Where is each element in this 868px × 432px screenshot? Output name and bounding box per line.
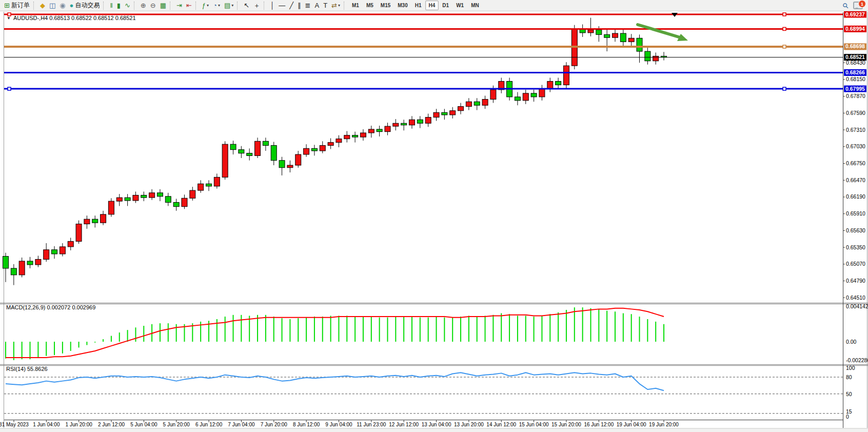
deposit-button[interactable]: ◆ <box>38 0 47 11</box>
timeframe-h4-button[interactable]: H4 <box>425 1 439 10</box>
timeframe-d1-button[interactable]: D1 <box>439 1 452 10</box>
candlestick-button[interactable]: ▮ <box>115 0 123 11</box>
bull-candle <box>101 214 106 223</box>
bull-candle <box>482 100 488 106</box>
chevron-down-icon[interactable]: ▾ <box>207 3 209 8</box>
crosshair-button[interactable]: ＋ <box>251 0 262 11</box>
tile-windows-button[interactable]: ▦ <box>158 0 168 11</box>
rsi-axis-label: 0 <box>846 414 849 420</box>
timeframe-h1-button[interactable]: H1 <box>411 1 425 10</box>
zoom-out-button[interactable]: ⊖ <box>148 0 158 11</box>
vertical-line-icon: │ <box>270 1 274 11</box>
indicators-button[interactable]: ƒ▾ <box>200 0 211 11</box>
label-button[interactable]: T <box>321 0 329 11</box>
label-icon: T <box>323 1 327 11</box>
bull-candle <box>360 133 366 137</box>
periods-icon: ◔ <box>213 1 217 11</box>
fibonacci-button[interactable]: ≣ <box>303 0 313 11</box>
text-button[interactable]: A <box>312 0 321 11</box>
bull-candle <box>563 66 569 85</box>
bull-candle <box>328 143 333 146</box>
toolbar-separator <box>103 2 106 10</box>
bear-candle <box>279 161 285 168</box>
line-chart-button[interactable]: ∿ <box>123 0 132 11</box>
bear-candle <box>239 150 244 153</box>
chevron-down-icon[interactable]: ▾ <box>218 3 220 8</box>
templates-button[interactable]: ▤▾ <box>222 0 235 11</box>
price-tick-label: 0.65070 <box>846 261 865 267</box>
bear-candle <box>596 30 602 34</box>
price-tick-label: 0.65630 <box>846 227 865 233</box>
line-anchor[interactable] <box>783 13 786 16</box>
timeframe-m15-button[interactable]: M15 <box>377 1 394 10</box>
periods-button[interactable]: ◔▾ <box>211 0 222 11</box>
time-tick-label: 9 Jun 04:00 <box>325 422 352 427</box>
timeframe-w1-button[interactable]: W1 <box>452 1 467 10</box>
line-anchor[interactable] <box>783 27 786 30</box>
bear-candle <box>230 144 236 150</box>
new-order-button[interactable]: ⊞新订单 <box>2 0 32 11</box>
toolbar-separator <box>134 2 136 10</box>
chart-canvas[interactable]: 0.684300.681500.678700.675900.673100.670… <box>0 0 868 432</box>
price-level-label: 0.67995 <box>845 86 865 92</box>
arrows-button[interactable]: ⇄▾ <box>329 0 342 11</box>
bear-candle <box>620 33 626 42</box>
timeframe-mn-button[interactable]: MN <box>467 1 483 10</box>
time-tick-label: 19 Jun 04:00 <box>617 422 646 427</box>
zoom-in-icon: ⊕ <box>141 1 146 11</box>
line-anchor[interactable] <box>783 45 786 48</box>
bull-candle <box>108 201 114 214</box>
chart-shift-icon: ⇤ <box>186 1 192 11</box>
chart-window-button[interactable]: ◫ <box>47 0 57 11</box>
price-tick-label: 0.64510 <box>846 294 865 301</box>
bear-candle <box>377 129 382 132</box>
toolbar-separator <box>264 2 266 10</box>
macd-axis-label: 0.004142 <box>846 303 868 309</box>
bear-candle <box>417 120 423 123</box>
macd-axis-label: 0.00 <box>846 339 857 345</box>
bull-candle <box>539 89 545 97</box>
bull-candle <box>344 135 350 139</box>
cursor-button[interactable]: ↖ <box>242 0 251 11</box>
bull-candle <box>320 145 325 151</box>
search-icon[interactable]: ⚲ <box>841 1 851 10</box>
bull-candle <box>368 129 374 133</box>
price-level-label: 0.68698 <box>845 43 865 49</box>
autotrading-icon: ● <box>70 1 74 11</box>
chevron-down-icon[interactable]: ▾ <box>338 3 340 8</box>
bull-candle <box>190 190 195 198</box>
toolbar-separator <box>170 2 172 10</box>
chevron-down-icon[interactable]: ▾ <box>231 3 233 8</box>
bear-candle <box>531 93 537 97</box>
timeframe-m5-button[interactable]: M5 <box>363 1 377 10</box>
signals-button[interactable]: ◉ <box>57 0 67 11</box>
bull-candle <box>133 195 139 201</box>
line-anchor[interactable] <box>783 87 786 90</box>
bull-candle <box>588 30 594 33</box>
timeframe-m30-button[interactable]: M30 <box>394 1 411 10</box>
vertical-line-button[interactable]: │ <box>268 0 277 11</box>
auto-scroll-button[interactable]: ⇥ <box>174 0 184 11</box>
toolbar-separator <box>344 2 346 10</box>
tile-windows-icon: ▦ <box>160 1 166 11</box>
bull-candle <box>44 250 49 260</box>
chart-window-icon: ◫ <box>49 1 55 11</box>
bar-chart-button[interactable]: ‖ <box>108 0 114 11</box>
trendline-button[interactable]: ╱ <box>287 0 295 11</box>
timeframe-m1-button[interactable]: M1 <box>348 1 363 10</box>
symbol-dropdown-icon[interactable]: ▼ <box>7 16 11 21</box>
chart-shift-button[interactable]: ⇤ <box>184 0 194 11</box>
time-tick-label: 14 Jun 12:00 <box>486 422 516 427</box>
chat-icon[interactable]: 1 <box>853 2 863 9</box>
bull-candle <box>60 247 65 254</box>
channel-button[interactable]: ∥ <box>295 0 303 11</box>
bear-candle <box>352 135 358 138</box>
line-anchor[interactable] <box>8 87 11 90</box>
current-price-label: 0.68521 <box>845 54 865 60</box>
autotrading-button[interactable]: ●自动交易 <box>68 0 102 11</box>
bull-candle <box>198 184 204 190</box>
zoom-in-button[interactable]: ⊕ <box>139 0 148 11</box>
horizontal-line-button[interactable]: — <box>277 0 287 11</box>
bear-candle <box>247 153 252 156</box>
bear-candle <box>604 34 610 37</box>
